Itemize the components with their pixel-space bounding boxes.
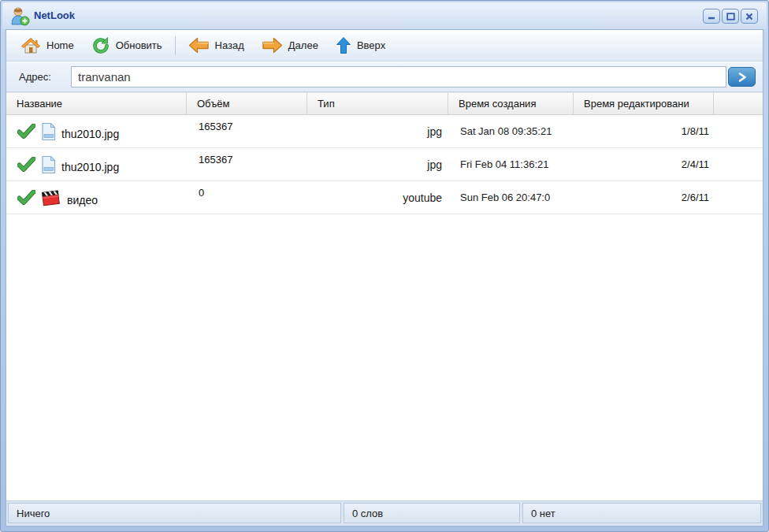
edited-cell: 2/4/11 xyxy=(574,148,714,180)
app-logo-icon xyxy=(9,6,30,26)
created-cell: Sat Jan 08 09:35:21 xyxy=(448,115,574,147)
size-cell: 0 xyxy=(187,181,307,214)
file-icon xyxy=(41,122,56,141)
name-cell: thu2010.jpg xyxy=(6,115,187,147)
table-rows: thu2010.jpg 165367 jpg Sat Jan 08 09:35:… xyxy=(6,115,763,214)
size-cell: 165367 xyxy=(187,115,307,147)
home-button[interactable]: Home xyxy=(14,33,80,58)
column-header-filler xyxy=(714,93,763,114)
type-cell: jpg xyxy=(307,148,448,180)
address-label: Адрес: xyxy=(19,71,51,83)
title-bar[interactable]: NetLook xyxy=(2,2,767,29)
window-controls xyxy=(703,9,758,24)
back-label: Назад xyxy=(215,39,244,51)
column-header-type[interactable]: Тип xyxy=(307,93,448,114)
table-row[interactable]: thu2010.jpg 165367 jpg Fri Feb 04 11:36:… xyxy=(6,148,763,181)
edited-cell: 2/6/11 xyxy=(574,181,714,214)
file-name: thu2010.jpg xyxy=(61,161,119,173)
go-button[interactable] xyxy=(728,67,756,87)
status-segment-misc: 0 нет xyxy=(522,503,761,523)
up-arrow-icon xyxy=(336,36,351,54)
status-segment-words: 0 слов xyxy=(344,503,520,523)
refresh-icon xyxy=(91,36,110,55)
file-icon xyxy=(41,155,56,174)
home-label: Home xyxy=(46,39,74,51)
app-window: NetLook Home xyxy=(0,0,769,532)
check-icon xyxy=(17,190,35,205)
file-name: thu2010.jpg xyxy=(61,128,119,140)
refresh-button[interactable]: Обновить xyxy=(85,33,169,58)
table-row[interactable]: thu2010.jpg 165367 jpg Sat Jan 08 09:35:… xyxy=(6,115,763,148)
created-cell: Fri Feb 04 11:36:21 xyxy=(448,148,574,180)
up-button[interactable]: Вверх xyxy=(329,33,392,58)
check-icon xyxy=(17,157,35,172)
column-header-name[interactable]: Название xyxy=(6,93,187,114)
edited-cell: 1/8/11 xyxy=(574,115,714,147)
table-row[interactable]: видео 0 youtube Sun Feb 06 20:47:0 2/6/1… xyxy=(6,181,763,214)
address-bar: Адрес: xyxy=(6,62,763,92)
file-list-panel: Название Объём Тип Время создания Время … xyxy=(6,92,763,500)
created-cell: Sun Feb 06 20:47:0 xyxy=(448,181,574,214)
forward-label: Далее xyxy=(288,39,318,51)
type-cell: jpg xyxy=(307,115,448,147)
file-name: видео xyxy=(67,194,98,206)
back-arrow-icon xyxy=(188,37,210,54)
column-header-size[interactable]: Объём xyxy=(187,93,307,114)
home-icon xyxy=(20,36,41,55)
client-area: Home Обновить Назад xyxy=(6,29,763,526)
maximize-button[interactable] xyxy=(722,9,739,24)
minimize-button[interactable] xyxy=(703,9,720,24)
video-clapperboard-icon xyxy=(41,188,61,207)
forward-arrow-icon xyxy=(262,37,283,54)
toolbar: Home Обновить Назад xyxy=(6,30,763,61)
address-input[interactable] xyxy=(71,66,726,87)
window-title: NetLook xyxy=(34,9,75,21)
name-cell: thu2010.jpg xyxy=(6,148,187,180)
toolbar-separator xyxy=(175,36,176,55)
check-icon xyxy=(17,124,35,139)
status-segment-selection: Ничего xyxy=(8,503,341,523)
chevron-right-icon xyxy=(737,72,748,83)
size-cell: 165367 xyxy=(187,148,307,180)
column-header-created[interactable]: Время создания xyxy=(448,93,574,114)
status-bar: Ничего 0 слов 0 нет xyxy=(6,500,763,526)
close-button[interactable] xyxy=(741,9,758,24)
name-cell: видео xyxy=(6,181,187,214)
up-label: Вверх xyxy=(357,39,385,51)
table-header: Название Объём Тип Время создания Время … xyxy=(6,92,763,115)
back-button[interactable]: Назад xyxy=(182,34,251,57)
refresh-label: Обновить xyxy=(116,39,162,51)
type-cell: youtube xyxy=(307,181,448,214)
forward-button[interactable]: Далее xyxy=(255,34,325,57)
column-header-edited[interactable]: Время редактировани xyxy=(574,93,714,114)
